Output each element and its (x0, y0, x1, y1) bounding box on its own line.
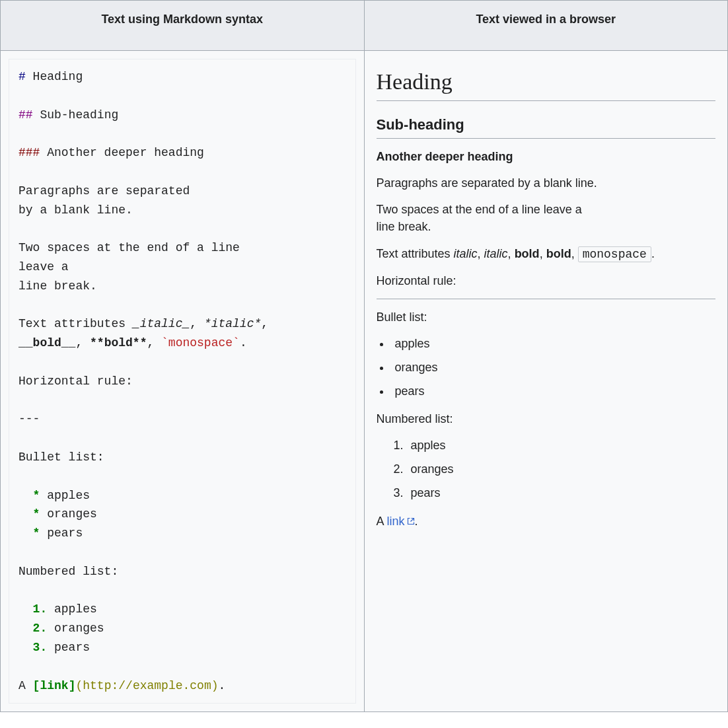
numbered-label-src: Numbered list: (18, 565, 118, 578)
star-icon: * (18, 507, 47, 521)
star-icon: * (18, 527, 47, 540)
period: . (240, 336, 247, 349)
list-item: oranges (391, 359, 716, 376)
para2-line3: line break. (18, 279, 97, 293)
rendered-para1: Paragraphs are separated by a blank line… (377, 174, 716, 192)
numbered-list: apples oranges pears (407, 437, 716, 501)
hr-label-src: Horizontal rule: (18, 375, 133, 388)
para1-line1: Paragraphs are separated (18, 184, 190, 198)
bullet-label-src: Bullet list: (18, 451, 104, 464)
numbered-label-r: Numbered list: (377, 410, 716, 427)
bold2-src: **bold** (90, 336, 147, 349)
link-prefix-src: A (18, 679, 33, 692)
para2-line2: leave a (18, 260, 69, 273)
link-period-src: . (219, 679, 226, 692)
bullet-label-r: Bullet list: (377, 309, 716, 326)
horizontal-rule (377, 299, 716, 299)
sep1: , (190, 317, 204, 330)
example-link[interactable]: link (387, 515, 415, 528)
rendered-output: Heading Sub-heading Another deeper headi… (373, 59, 720, 530)
link-close: ] (69, 679, 76, 692)
rendered-h1: Heading (377, 65, 716, 101)
sep4: , (147, 336, 161, 349)
header-right: Text viewed in a browser (364, 1, 728, 51)
bold1-src: __bold__ (18, 336, 75, 349)
rendered-attributes: Text attributes italic, italic, bold, bo… (377, 245, 716, 263)
rendered-link-paragraph: A link. (377, 513, 716, 530)
num-marker-3: 3. (18, 641, 47, 654)
italic2-r: italic (484, 247, 508, 260)
link-text-src: link (40, 679, 68, 692)
num-marker-2: 2. (18, 622, 47, 635)
h3-marker: ### (18, 146, 40, 159)
external-link-icon (407, 517, 415, 525)
attr-prefix-r: Text attributes (377, 247, 454, 260)
period-r: . (651, 247, 655, 260)
h3-text: Another deeper heading (40, 146, 203, 159)
num-item-2: oranges (47, 622, 104, 635)
h2-text: Sub-heading (33, 108, 119, 122)
h1-marker: # (18, 70, 26, 83)
link-url: http://example.com (83, 679, 211, 692)
mono-src: `monospace` (161, 336, 240, 349)
h1-text: Heading (26, 70, 83, 83)
para2-line1: Two spaces at the end of a line (18, 241, 240, 254)
rendered-para2: Two spaces at the end of a line leave al… (377, 201, 716, 235)
para1-line2: by a blank line. (18, 203, 133, 217)
italic1-r: italic (454, 247, 478, 260)
bullet-list: apples oranges pears (391, 335, 716, 400)
link-prefix-r: A (377, 515, 387, 528)
link-text-r: link (387, 515, 405, 528)
bullet-item-2: oranges (47, 507, 97, 521)
sep-c: , (540, 247, 546, 260)
sep2: , (261, 317, 268, 330)
para2-l1: Two spaces at the end of a line leave a (377, 203, 582, 216)
rendered-h3: Another deeper heading (377, 148, 716, 165)
cell-markdown-source: # Heading ## Sub-heading ### Another dee… (1, 51, 365, 712)
italic1-src: _italic_ (133, 317, 190, 330)
hr-dashes: --- (18, 412, 40, 425)
italic2-src: *italic* (204, 317, 261, 330)
list-item: apples (407, 437, 716, 454)
link-period-r: . (415, 515, 418, 528)
num-marker-1: 1. (18, 602, 47, 616)
bold1-r: bold (515, 247, 540, 260)
hr-label-r: Horizontal rule: (377, 272, 716, 289)
header-left: Text using Markdown syntax (1, 1, 365, 51)
para2-l2: line break. (377, 220, 431, 233)
sep-a: , (478, 247, 484, 260)
num-item-3: pears (47, 641, 90, 654)
h2-marker: ## (18, 108, 33, 122)
num-item-1: apples (47, 602, 97, 616)
list-item: pears (391, 382, 716, 400)
markdown-code: # Heading ## Sub-heading ### Another dee… (9, 59, 356, 704)
comparison-table: Text using Markdown syntax Text viewed i… (0, 0, 728, 712)
star-icon: * (18, 489, 47, 502)
sep3: , (75, 336, 90, 349)
bold2-r: bold (546, 247, 571, 260)
link-open: [ (33, 679, 40, 692)
sep-b: , (508, 247, 515, 260)
cell-rendered: Heading Sub-heading Another deeper headi… (364, 51, 728, 712)
link-url-open: ( (75, 679, 83, 692)
link-url-close: ) (211, 679, 219, 692)
bullet-item-3: pears (47, 527, 83, 540)
list-item: oranges (407, 460, 716, 478)
sep-d: , (571, 247, 578, 260)
rendered-h2: Sub-heading (377, 114, 716, 139)
bullet-item-1: apples (47, 489, 90, 502)
mono-r: monospace (578, 246, 651, 262)
list-item: apples (391, 335, 716, 352)
attr-prefix: Text attributes (18, 317, 133, 330)
list-item: pears (407, 484, 716, 501)
